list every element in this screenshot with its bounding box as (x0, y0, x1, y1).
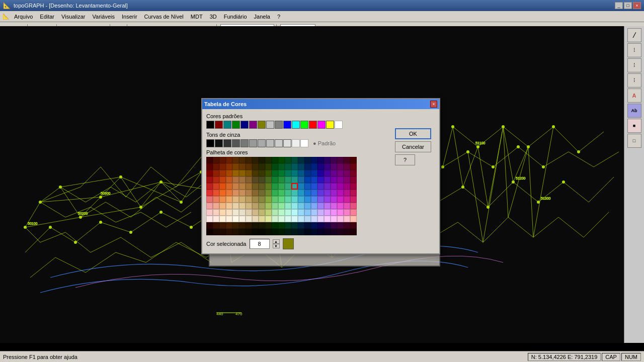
palette-cell[interactable] (350, 163, 357, 170)
palette-cell[interactable] (317, 216, 324, 222)
palette-cell[interactable] (206, 170, 213, 176)
rp-btn-5[interactable]: A (627, 88, 641, 103)
palette-cell[interactable] (232, 157, 239, 163)
palette-cell[interactable] (350, 203, 357, 209)
palette-cell[interactable] (304, 229, 311, 235)
gray-0[interactable] (206, 139, 214, 147)
palette-cell[interactable] (350, 157, 357, 163)
menu-editar[interactable]: Editar (37, 13, 57, 21)
palette-cell[interactable] (226, 216, 232, 222)
std-color-14[interactable] (317, 121, 326, 129)
palette-cell[interactable] (344, 157, 350, 163)
palette-cell[interactable] (337, 157, 344, 163)
palette-cell[interactable] (337, 176, 344, 183)
palette-cell[interactable] (246, 229, 252, 235)
palette-cell[interactable] (272, 216, 278, 222)
palette-cell[interactable] (239, 157, 246, 163)
palette-cell[interactable] (265, 203, 272, 209)
palette-cell[interactable] (344, 176, 350, 183)
palette-cell[interactable] (232, 190, 239, 196)
palette-cell[interactable] (252, 229, 259, 235)
palette-cell[interactable] (324, 170, 331, 176)
std-color-6[interactable] (249, 121, 257, 129)
gray-6[interactable] (258, 139, 266, 147)
palette-cell[interactable] (213, 170, 219, 176)
palette-cell[interactable] (331, 157, 337, 163)
palette-cell[interactable] (239, 209, 246, 216)
palette-cell[interactable] (285, 190, 291, 196)
palette-cell[interactable] (285, 170, 291, 176)
rp-btn-8[interactable]: □ (627, 134, 641, 148)
palette-cell[interactable] (291, 190, 298, 196)
palette-cell[interactable] (232, 176, 239, 183)
palette-cell[interactable] (246, 209, 252, 216)
palette-cell[interactable] (278, 163, 285, 170)
palette-cell[interactable] (337, 196, 344, 203)
palette-cell[interactable] (232, 209, 239, 216)
palette-cell[interactable] (317, 183, 324, 190)
palette-cell[interactable] (285, 176, 291, 183)
palette-cell[interactable] (344, 190, 350, 196)
palette-cell[interactable] (298, 190, 304, 196)
palette-cell[interactable] (213, 157, 219, 163)
palette-cell[interactable] (278, 229, 285, 235)
palette-cell[interactable] (246, 222, 252, 229)
palette-cell[interactable] (331, 176, 337, 183)
gray-5[interactable] (249, 139, 257, 147)
palette-cell[interactable] (272, 196, 278, 203)
palette-cell[interactable] (331, 190, 337, 196)
gray-4[interactable] (240, 139, 249, 147)
std-color-12[interactable] (300, 121, 308, 129)
palette-cell[interactable] (213, 203, 219, 209)
palette-cell[interactable] (304, 196, 311, 203)
palette-cell[interactable] (311, 163, 317, 170)
palette-cell[interactable] (246, 170, 252, 176)
palette-cell[interactable] (265, 229, 272, 235)
palette-cell[interactable] (226, 209, 232, 216)
palette-cell[interactable] (252, 176, 259, 183)
palette-cell[interactable] (206, 183, 213, 190)
palette-cell[interactable] (298, 216, 304, 222)
palette-cell[interactable] (226, 196, 232, 203)
palette-cell[interactable] (285, 222, 291, 229)
palette-cell[interactable] (311, 222, 317, 229)
palette-cell[interactable] (311, 229, 317, 235)
palette-cell[interactable] (272, 170, 278, 176)
palette-cell[interactable] (298, 209, 304, 216)
gray-9[interactable] (283, 139, 291, 147)
palette-cell[interactable] (337, 163, 344, 170)
palette-cell[interactable] (252, 190, 259, 196)
palette-cell[interactable] (344, 209, 350, 216)
palette-cell[interactable] (291, 183, 298, 190)
palette-cell[interactable] (331, 216, 337, 222)
palette-cell[interactable] (285, 163, 291, 170)
palette-cell[interactable] (285, 209, 291, 216)
palette-cell[interactable] (232, 229, 239, 235)
palette-cell[interactable] (350, 170, 357, 176)
gray-7[interactable] (266, 139, 274, 147)
palette-cell[interactable] (278, 190, 285, 196)
palette-cell[interactable] (259, 190, 265, 196)
palette-cell[interactable] (344, 183, 350, 190)
palette-cell[interactable] (219, 176, 226, 183)
palette-cell[interactable] (252, 222, 259, 229)
palette-cell[interactable] (265, 163, 272, 170)
menu-curvas-nivel[interactable]: Curvas de Nível (141, 13, 187, 21)
std-color-8[interactable] (266, 121, 274, 129)
palette-cell[interactable] (232, 196, 239, 203)
palette-cell[interactable] (272, 183, 278, 190)
palette-cell[interactable] (350, 209, 357, 216)
palette-cell[interactable] (350, 176, 357, 183)
gray-8[interactable] (275, 139, 283, 147)
palette-cell[interactable] (219, 229, 226, 235)
palette-cell[interactable] (226, 183, 232, 190)
palette-cell[interactable] (226, 157, 232, 163)
palette-cell[interactable] (324, 163, 331, 170)
palette-cell[interactable] (278, 216, 285, 222)
palette-cell[interactable] (285, 183, 291, 190)
menu-arquivo[interactable]: Arquivo (11, 13, 36, 21)
palette-cell[interactable] (350, 216, 357, 222)
std-color-11[interactable] (292, 121, 300, 129)
close-button[interactable]: × (633, 2, 641, 9)
palette-cell[interactable] (246, 157, 252, 163)
